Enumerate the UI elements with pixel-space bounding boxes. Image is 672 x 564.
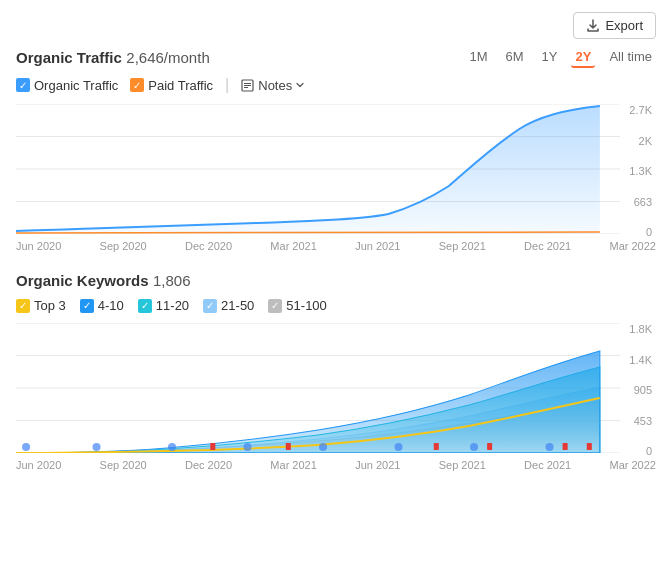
traffic-y-axis: 2.7K 2K 1.3K 663 0 — [620, 104, 656, 238]
y-label-3: 663 — [634, 196, 652, 208]
kw-21-50[interactable]: ✓ 21-50 — [203, 298, 254, 313]
traffic-chart — [16, 104, 620, 234]
keywords-x-axis: Jun 2020 Sep 2020 Dec 2020 Mar 2021 Jun … — [16, 457, 656, 471]
ky-label-4: 0 — [646, 445, 652, 457]
export-icon — [586, 19, 600, 33]
svg-rect-25 — [487, 443, 492, 450]
kx-label-2: Dec 2020 — [185, 459, 232, 471]
notes-icon — [241, 79, 254, 92]
kx-label-3: Mar 2021 — [270, 459, 316, 471]
svg-point-14 — [22, 443, 30, 451]
paid-label: Paid Traffic — [148, 78, 213, 93]
top3-check: ✓ — [16, 299, 30, 313]
keywords-header: Organic Keywords 1,806 — [16, 272, 656, 290]
export-label: Export — [605, 18, 643, 33]
svg-rect-27 — [587, 443, 592, 450]
kw21-check: ✓ — [203, 299, 217, 313]
traffic-header: Organic Traffic 2,646/month 1M 6M 1Y 2Y … — [16, 47, 656, 68]
ky-label-3: 453 — [634, 415, 652, 427]
x-label-7: Mar 2022 — [610, 240, 656, 252]
kw21-label: 21-50 — [221, 298, 254, 313]
notes-label: Notes — [258, 78, 292, 93]
traffic-title-group: Organic Traffic 2,646/month — [16, 49, 210, 67]
kw-4-10[interactable]: ✓ 4-10 — [80, 298, 124, 313]
keywords-legend: ✓ Top 3 ✓ 4-10 ✓ 11-20 ✓ 21-50 ✓ 51-100 — [16, 298, 656, 313]
time-filters: 1M 6M 1Y 2Y All time — [465, 47, 656, 68]
svg-rect-26 — [563, 443, 568, 450]
kx-label-6: Dec 2021 — [524, 459, 571, 471]
export-row: Export — [16, 12, 656, 39]
keywords-title: Organic Keywords — [16, 272, 149, 289]
svg-rect-23 — [286, 443, 291, 450]
organic-traffic-legend-item[interactable]: ✓ Organic Traffic — [16, 78, 118, 93]
svg-rect-24 — [434, 443, 439, 450]
kw-11-20[interactable]: ✓ 11-20 — [138, 298, 189, 313]
filter-6m[interactable]: 6M — [502, 47, 528, 68]
svg-point-21 — [546, 443, 554, 451]
kw11-check: ✓ — [138, 299, 152, 313]
keywords-chart-area — [16, 323, 620, 457]
x-label-1: Sep 2020 — [100, 240, 147, 252]
filter-1y[interactable]: 1Y — [538, 47, 562, 68]
traffic-value: 2,646/month — [126, 49, 209, 66]
kw4-check: ✓ — [80, 299, 94, 313]
y-label-0: 2.7K — [629, 104, 652, 116]
keywords-title-group: Organic Keywords 1,806 — [16, 272, 191, 290]
export-button[interactable]: Export — [573, 12, 656, 39]
keywords-chart-wrap: 1.8K 1.4K 905 453 0 — [16, 323, 656, 457]
x-label-5: Sep 2021 — [439, 240, 486, 252]
x-label-6: Dec 2021 — [524, 240, 571, 252]
organic-traffic-section: Organic Traffic 2,646/month 1M 6M 1Y 2Y … — [16, 47, 656, 252]
traffic-chart-wrap: 2.7K 2K 1.3K 663 0 — [16, 104, 656, 238]
paid-check: ✓ — [130, 78, 144, 92]
svg-point-16 — [168, 443, 176, 451]
filter-all[interactable]: All time — [605, 47, 656, 68]
organic-label: Organic Traffic — [34, 78, 118, 93]
ky-label-1: 1.4K — [629, 354, 652, 366]
kw-51-100[interactable]: ✓ 51-100 — [268, 298, 326, 313]
kw51-check: ✓ — [268, 299, 282, 313]
kx-label-5: Sep 2021 — [439, 459, 486, 471]
kw51-label: 51-100 — [286, 298, 326, 313]
x-label-4: Jun 2021 — [355, 240, 400, 252]
traffic-title: Organic Traffic — [16, 49, 122, 66]
y-label-4: 0 — [646, 226, 652, 238]
y-label-1: 2K — [639, 135, 652, 147]
svg-point-20 — [470, 443, 478, 451]
traffic-x-axis: Jun 2020 Sep 2020 Dec 2020 Mar 2021 Jun … — [16, 238, 656, 252]
kx-label-0: Jun 2020 — [16, 459, 61, 471]
ky-label-2: 905 — [634, 384, 652, 396]
keywords-y-axis: 1.8K 1.4K 905 453 0 — [620, 323, 656, 457]
svg-point-15 — [93, 443, 101, 451]
x-label-0: Jun 2020 — [16, 240, 61, 252]
legend-divider: | — [225, 76, 229, 94]
keywords-chart — [16, 323, 620, 453]
filter-2y[interactable]: 2Y — [571, 47, 595, 68]
x-label-2: Dec 2020 — [185, 240, 232, 252]
svg-rect-22 — [210, 443, 215, 450]
traffic-chart-area — [16, 104, 620, 238]
kw-top3[interactable]: ✓ Top 3 — [16, 298, 66, 313]
svg-point-17 — [244, 443, 252, 451]
keywords-section: Organic Keywords 1,806 ✓ Top 3 ✓ 4-10 ✓ … — [16, 272, 656, 471]
traffic-legend: ✓ Organic Traffic ✓ Paid Traffic | Notes — [16, 76, 656, 94]
kw11-label: 11-20 — [156, 298, 189, 313]
top3-label: Top 3 — [34, 298, 66, 313]
kx-label-1: Sep 2020 — [100, 459, 147, 471]
svg-point-19 — [395, 443, 403, 451]
filter-1m[interactable]: 1M — [465, 47, 491, 68]
y-label-2: 1.3K — [629, 165, 652, 177]
paid-traffic-legend-item[interactable]: ✓ Paid Traffic — [130, 78, 213, 93]
kx-label-4: Jun 2021 — [355, 459, 400, 471]
ky-label-0: 1.8K — [629, 323, 652, 335]
kw4-label: 4-10 — [98, 298, 124, 313]
organic-check: ✓ — [16, 78, 30, 92]
kx-label-7: Mar 2022 — [610, 459, 656, 471]
notes-button[interactable]: Notes — [241, 78, 304, 93]
x-label-3: Mar 2021 — [270, 240, 316, 252]
svg-point-18 — [319, 443, 327, 451]
chevron-down-icon — [296, 81, 304, 89]
keywords-value: 1,806 — [153, 272, 191, 289]
